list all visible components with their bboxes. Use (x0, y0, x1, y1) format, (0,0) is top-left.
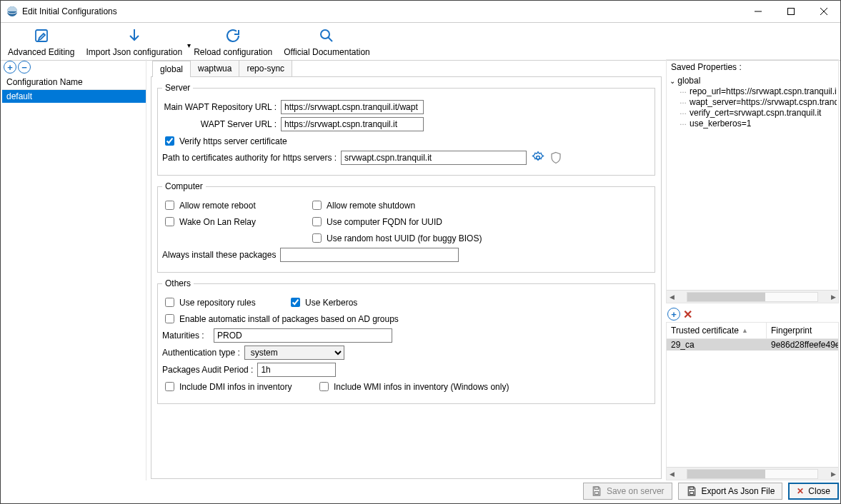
verify-cert-checkbox[interactable]: Verify https server certificate (162, 134, 287, 148)
config-list[interactable]: default (2, 90, 146, 480)
scroll-left-icon[interactable]: ◀ (667, 469, 677, 479)
random-uuid-checkbox[interactable]: Use random host UUID (for buggy BIOS) (309, 231, 482, 245)
scroll-left-icon[interactable]: ◀ (667, 292, 677, 302)
config-list-pane: + − Configuration Name default (2, 59, 146, 480)
download-icon (126, 26, 143, 46)
svg-rect-12 (594, 492, 598, 495)
svg-rect-11 (594, 487, 598, 489)
computer-group: Computer Allow remote reboot Allow remot… (157, 181, 655, 273)
allow-reboot-checkbox[interactable]: Allow remote reboot (162, 198, 305, 212)
auth-type-label: Authentication type : (162, 348, 240, 358)
cert-wheel-icon[interactable] (531, 151, 545, 165)
save-icon (591, 485, 602, 497)
export-json-button[interactable]: Export As Json File (678, 483, 783, 500)
server-url-label: WAPT Server URL : (162, 119, 277, 129)
chevron-down-icon[interactable]: ⌄ (670, 77, 675, 85)
include-wmi-checkbox[interactable]: Include WMI infos in inventory (Windows … (317, 380, 509, 393)
always-install-input[interactable] (280, 248, 459, 262)
audit-period-label: Packages Audit Period : (162, 365, 253, 375)
cert-path-input[interactable] (341, 151, 527, 165)
cert-columns: Trusted certificate▲ Fingerprint (667, 323, 838, 339)
saved-props-title: Saved Properties : (667, 60, 838, 74)
search-icon (318, 26, 335, 46)
wol-relay-checkbox[interactable]: Wake On Lan Relay (162, 215, 305, 228)
saved-props-tree[interactable]: ⌄ global repo_url=https://srvwapt.cspn.t… (667, 74, 838, 290)
maximize-button[interactable] (775, 1, 807, 22)
svg-rect-14 (690, 492, 693, 495)
tree-item[interactable]: verify_cert=srvwapt.cspn.tranquil.it (668, 108, 837, 119)
remove-config-button[interactable]: − (18, 61, 31, 74)
always-install-label: Always install these packages (162, 250, 276, 260)
scroll-right-icon[interactable]: ▶ (828, 292, 838, 302)
close-icon: ✕ (797, 486, 804, 496)
reload-icon (224, 26, 242, 46)
settings-pane: global waptwua repo-sync Server Main WAP… (149, 59, 663, 480)
import-json-button[interactable]: Import Json configuration ▾ (80, 26, 188, 57)
fqdn-uuid-checkbox[interactable]: Use computer FQDN for UUID (309, 215, 442, 228)
include-dmi-checkbox[interactable]: Include DMI infos in inventory (162, 380, 312, 393)
allow-shutdown-checkbox[interactable]: Allow remote shutdown (309, 198, 415, 212)
window-title: Edit Initial Configurations (22, 6, 117, 16)
window: Edit Initial Configurations Advanced Edi… (0, 0, 841, 504)
auth-type-select[interactable]: system (244, 346, 344, 360)
svg-line-9 (329, 38, 333, 42)
toolbar: Advanced Editing Import Json configurati… (1, 22, 840, 61)
auto-ad-checkbox[interactable]: Enable automatic install of packages bas… (162, 312, 399, 326)
tree-item[interactable]: use_kerberos=1 (668, 119, 837, 129)
repo-rules-checkbox[interactable]: Use repository rules (162, 296, 284, 309)
server-group: Server Main WAPT Repository URL : WAPT S… (157, 83, 655, 176)
config-item-default[interactable]: default (2, 90, 146, 103)
tab-reposync[interactable]: repo-sync (239, 60, 292, 76)
col-trusted-cert[interactable]: Trusted certificate▲ (667, 323, 767, 338)
tree-root[interactable]: ⌄ global (668, 76, 837, 86)
repo-url-label: Main WAPT Repository URL : (162, 102, 277, 112)
config-list-header: Configuration Name (2, 75, 146, 90)
tab-waptwua[interactable]: waptwua (190, 60, 239, 76)
repo-url-input[interactable] (281, 100, 424, 114)
close-window-button[interactable] (807, 1, 840, 22)
add-cert-button[interactable]: + (667, 308, 680, 321)
tab-row: global waptwua repo-sync (149, 59, 663, 76)
cert-row[interactable]: 29_ca 9e86d28ffeefe49e4b (667, 339, 838, 351)
tree-item[interactable]: repo_url=https://srvwapt.cspn.tranquil.i… (668, 86, 837, 97)
save-on-server-button[interactable]: Save on server (583, 483, 672, 500)
sort-asc-icon: ▲ (742, 327, 748, 334)
others-group: Others Use repository rules Use Kerberos… (157, 278, 655, 404)
tab-global[interactable]: global (152, 61, 191, 77)
col-fingerprint[interactable]: Fingerprint (767, 323, 838, 338)
server-url-input[interactable] (281, 117, 424, 131)
tree-item[interactable]: wapt_server=https://srvwapt.cspn.tranqui… (668, 97, 837, 108)
maturities-input[interactable] (214, 328, 392, 343)
svg-point-8 (321, 30, 329, 39)
shield-icon[interactable] (549, 151, 562, 164)
delete-cert-button[interactable]: ✕ (682, 308, 694, 321)
app-icon (6, 6, 18, 17)
svg-rect-3 (788, 9, 795, 15)
footer: Save on server Export As Json File ✕ Clo… (2, 482, 839, 500)
saved-props-scroll[interactable]: ◀ ▶ (667, 290, 838, 303)
cert-pane: Trusted certificate▲ Fingerprint 29_ca 9… (666, 322, 839, 480)
cert-path-label: Path to certificates authority for https… (162, 153, 337, 163)
minimize-button[interactable] (742, 1, 775, 22)
add-config-button[interactable]: + (4, 61, 16, 74)
maturities-label: Maturities : (162, 331, 209, 341)
use-kerberos-checkbox[interactable]: Use Kerberos (288, 296, 357, 309)
right-pane: Saved Properties : ⌄ global repo_url=htt… (666, 59, 839, 480)
svg-rect-13 (690, 487, 693, 489)
scroll-right-icon[interactable]: ▶ (828, 469, 838, 479)
titlebar: Edit Initial Configurations (1, 1, 840, 22)
reload-config-button[interactable]: Reload configuration (188, 26, 278, 57)
pencil-icon (33, 26, 50, 46)
cert-scroll[interactable]: ◀ ▶ (667, 467, 838, 480)
saved-props-pane: Saved Properties : ⌄ global repo_url=htt… (666, 59, 839, 303)
tab-panel-global: Server Main WAPT Repository URL : WAPT S… (151, 76, 662, 479)
official-docs-button[interactable]: Official Documentation (278, 26, 376, 57)
cert-list[interactable]: 29_ca 9e86d28ffeefe49e4b (667, 339, 838, 467)
save-icon (686, 485, 697, 497)
close-button[interactable]: ✕ Close (788, 483, 839, 500)
audit-period-input[interactable] (257, 363, 336, 377)
advanced-editing-button[interactable]: Advanced Editing (2, 26, 80, 57)
